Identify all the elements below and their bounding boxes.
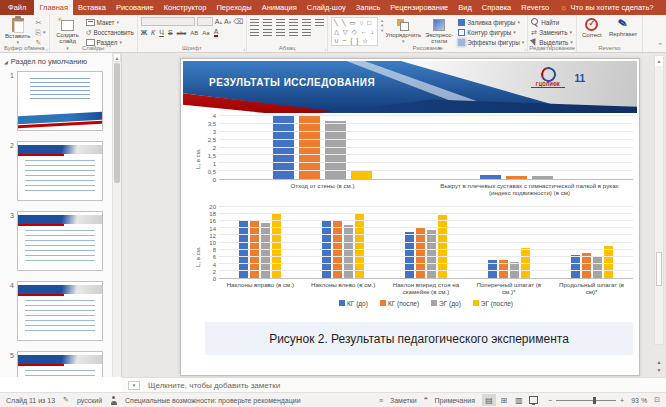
tab-главная[interactable]: Главная — [34, 0, 73, 15]
slideshow-icon[interactable] — [527, 394, 541, 406]
panel-scroll-up-icon[interactable]: ▲ — [113, 53, 121, 62]
layout-button[interactable]: Макет▾ — [86, 18, 134, 26]
strikethrough-button[interactable]: S — [168, 29, 173, 36]
tab-справка[interactable]: Справка — [477, 0, 516, 15]
clipboard-launcher-icon[interactable]: ⌟ — [45, 45, 47, 51]
zoom-in-icon[interactable]: + — [620, 397, 624, 404]
slide-thumbnail-2[interactable]: 2 — [0, 138, 121, 208]
comments-toggle[interactable]: Примечания — [435, 397, 475, 404]
align-center-icon[interactable] — [263, 29, 272, 36]
font-color-button[interactable]: А — [214, 28, 219, 37]
zoom-slider[interactable] — [556, 400, 616, 401]
shadow-button[interactable]: abc — [177, 30, 187, 36]
decrease-indent-icon[interactable] — [276, 19, 285, 26]
tab-рисование[interactable]: Рисование — [111, 0, 159, 15]
tab-анимация[interactable]: Анимация — [257, 0, 302, 15]
notes-toggle[interactable]: Заметки — [390, 397, 417, 404]
spellcheck-icon[interactable]: ✎ — [63, 396, 69, 404]
fit-to-window-icon[interactable]: ⊡ — [654, 396, 660, 404]
normal-view-icon[interactable]: ▤ — [482, 394, 496, 406]
slide-thumbnail-5[interactable]: 5 — [0, 348, 121, 377]
rephraser-button[interactable]: ✎ Rephraser — [607, 17, 639, 38]
zoom-out-icon[interactable]: − — [548, 397, 552, 404]
clear-formatting-button[interactable]: ⌫ — [233, 18, 243, 25]
chart-flexibility[interactable]: L, в см. 02468101214161820 Наклоны вправ… — [193, 207, 633, 307]
shape-fill-button[interactable]: Заливка фигуры▾ — [458, 18, 524, 26]
paste-button[interactable]: Вставить▾ — [3, 17, 32, 47]
font-size-combobox[interactable] — [197, 17, 213, 26]
language-indicator[interactable]: русский — [77, 397, 102, 404]
window-control-icon[interactable] — [659, 0, 666, 15]
justify-icon[interactable] — [289, 29, 298, 36]
zoom-slider-thumb[interactable] — [593, 397, 596, 404]
bold-button[interactable]: Ж — [141, 29, 147, 36]
find-button[interactable]: Найти — [531, 18, 573, 26]
slide-thumbnail-4[interactable]: 4 — [0, 278, 121, 348]
thumbnail-preview[interactable] — [17, 71, 103, 131]
shape-outline-button[interactable]: Контур фигуры▾ — [458, 28, 524, 36]
scroll-thumb[interactable] — [656, 252, 662, 286]
section-header[interactable]: ◢ Раздел по умолчанию — [0, 53, 121, 68]
slide-sorter-icon[interactable]: ⊞ — [497, 394, 511, 406]
tab-file[interactable]: Файл — [0, 0, 34, 15]
thumbnail-preview[interactable] — [17, 141, 103, 201]
font-name-combobox[interactable] — [141, 17, 195, 26]
notes-placeholder[interactable]: Щелкните, чтобы добавить заметки — [148, 381, 280, 390]
slide-thumbnail-3[interactable]: 3 — [0, 208, 121, 278]
tab-reverso[interactable]: Reverso — [516, 0, 554, 15]
slide-thumbnail-1[interactable]: 1 — [0, 68, 121, 138]
tab-вставка[interactable]: Вставка — [73, 0, 111, 15]
panel-scroll-thumb[interactable] — [114, 63, 120, 183]
cut-button[interactable]: ✂ — [35, 18, 45, 26]
shapes-gallery-scrollbar[interactable]: ▴▾▾ — [381, 17, 383, 34]
shrink-font-button[interactable]: А▾ — [224, 18, 231, 25]
arrange-button[interactable]: Упорядочить▾ — [386, 17, 420, 46]
correct-button[interactable]: ✓ Correct — [580, 17, 604, 39]
bullets-icon[interactable] — [250, 19, 259, 26]
change-case-button[interactable]: Аа — [202, 30, 209, 36]
thumbnail-preview[interactable] — [17, 211, 103, 271]
figure-caption[interactable]: Рисунок 2. Результаты педагогического эк… — [205, 322, 633, 355]
reading-view-icon[interactable]: ▥ — [512, 394, 526, 406]
notes-pane[interactable]: ▼ Щелкните, чтобы добавить заметки — [122, 377, 666, 392]
underline-button[interactable]: Ч — [159, 29, 164, 36]
thumbnail-preview[interactable] — [17, 281, 103, 341]
align-left-icon[interactable] — [250, 29, 259, 36]
tab-слайд-шоу[interactable]: Слайд-шоу — [302, 0, 351, 15]
tab-конструктор[interactable]: Конструктор — [159, 0, 212, 15]
grow-font-button[interactable]: А▴ — [215, 18, 222, 25]
drawing-launcher-icon[interactable]: ⌟ — [524, 45, 526, 51]
numbering-icon[interactable] — [263, 19, 272, 26]
chart-mobility[interactable]: L, в см. 00,511,522,533,54 Отход от стен… — [193, 116, 633, 201]
replace-button[interactable]: ⇄Заменить▾ — [531, 28, 573, 36]
copy-button[interactable]: ⎘▾ — [35, 28, 45, 36]
notes-collapse-icon[interactable]: ▼ — [128, 381, 140, 390]
editor-scrollbar[interactable]: ▲ — [654, 55, 664, 345]
current-slide-canvas[interactable]: РЕЗУЛЬТАТЫ ИССЛЕДОВАНИЯ ГЦОЛИФК 11 L, в … — [180, 58, 640, 376]
collapse-ribbon-icon[interactable]: ⌃ — [657, 42, 663, 50]
paragraph-launcher-icon[interactable]: ⌟ — [324, 45, 326, 51]
next-slide-icon[interactable]: ▼ — [657, 368, 662, 373]
text-direction-icon[interactable] — [315, 19, 324, 26]
tell-me-box[interactable]: ☼ Что вы хотите сделать? — [554, 0, 659, 15]
previous-slide-icon[interactable]: ▲ — [657, 360, 662, 365]
italic-button[interactable]: К — [151, 29, 155, 36]
scroll-up-icon[interactable]: ▲ — [655, 56, 663, 66]
increase-indent-icon[interactable] — [289, 19, 298, 26]
tab-рецензирование[interactable]: Рецензирование — [385, 0, 453, 15]
line-spacing-icon[interactable] — [302, 19, 311, 26]
thumbnail-preview[interactable] — [17, 351, 103, 377]
tab-запись[interactable]: Запись — [351, 0, 386, 15]
shapes-gallery[interactable]: ╲ ╲ ▭ ○ □ △ ▽ ◇ ← ↓ ∪ ~ { } ☆ — [331, 17, 378, 46]
align-right-icon[interactable] — [276, 29, 285, 36]
character-spacing-button[interactable]: АВ — [190, 30, 198, 36]
accessibility-status[interactable]: Специальные возможности: проверьте реком… — [125, 397, 301, 404]
columns-icon[interactable] — [302, 29, 311, 36]
tab-вид[interactable]: Вид — [453, 0, 477, 15]
font-launcher-icon[interactable]: ⌟ — [243, 45, 245, 51]
panel-scrollbar[interactable]: ▲ — [112, 53, 121, 377]
zoom-level[interactable]: 93 % — [631, 397, 647, 404]
tab-переходы[interactable]: Переходы — [211, 0, 256, 15]
reset-button[interactable]: ↺Восстановить — [86, 28, 134, 36]
slide-title-banner[interactable]: РЕЗУЛЬТАТЫ ИССЛЕДОВАНИЯ ГЦОЛИФК 11 — [183, 61, 637, 113]
